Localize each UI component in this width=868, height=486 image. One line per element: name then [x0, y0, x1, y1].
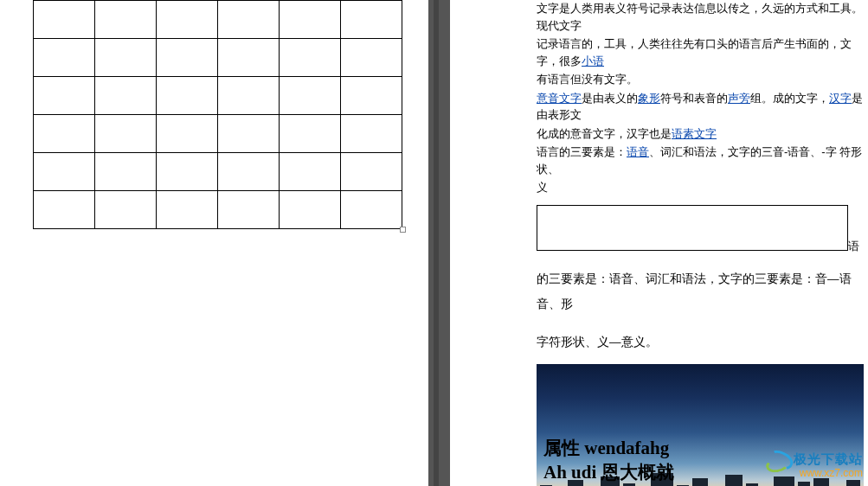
- heading-text: 属性 wendafahg Ah udi 恩大概就: [543, 436, 674, 485]
- text-run: 语言的三要素是：: [537, 145, 627, 158]
- text-run: 字符形状、义—意义。: [537, 329, 868, 355]
- table-row: [34, 77, 402, 115]
- watermark-name: 极光下载站: [794, 451, 863, 468]
- text-frame[interactable]: [537, 205, 848, 251]
- text-run: 属性 wendafahg: [543, 436, 674, 460]
- hyperlink[interactable]: 汉字: [829, 92, 852, 105]
- hyperlink[interactable]: 象形: [638, 92, 660, 105]
- text-run: 组。成的文字，: [750, 92, 829, 105]
- document-page-left: [0, 0, 428, 486]
- document-table[interactable]: [33, 0, 402, 229]
- hyperlink[interactable]: 语素文字: [672, 127, 717, 140]
- table-row: [34, 191, 402, 229]
- text-run: 语: [848, 239, 859, 252]
- table-row: [34, 39, 402, 77]
- text-run: 义: [537, 181, 548, 194]
- table-row: [34, 115, 402, 153]
- hyperlink[interactable]: 意音文字: [537, 92, 582, 105]
- text-run: 的三要素是：语音、词汇和语法，文字的三要素是：音—语音、形: [537, 266, 868, 317]
- page-divider: [434, 0, 439, 486]
- table-row: [34, 1, 402, 39]
- watermark: 极光下载站 www.xz7.com: [766, 450, 863, 479]
- text-run: 符号和表音的: [660, 92, 728, 105]
- body-text: 文字是人类用表义符号记录表达信息以传之，久远的方式和工具。现代文字 记录语言的，…: [537, 0, 868, 486]
- text-run: Ah udi 恩大概就: [543, 460, 674, 484]
- text-run: 文字是人类用表义符号记录表达信息以传之，久远的方式和工具。现代文字: [537, 2, 863, 32]
- text-run: 有语言但没有文字。: [537, 73, 638, 86]
- document-page-right: 文字是人类用表义符号记录表达信息以传之，久远的方式和工具。现代文字 记录语言的，…: [450, 0, 868, 486]
- text-run: 是由表义的: [582, 92, 638, 105]
- hyperlink[interactable]: 语音: [627, 145, 649, 158]
- hyperlink[interactable]: 声旁: [728, 92, 750, 105]
- logo-icon: [766, 450, 792, 469]
- hyperlink[interactable]: 小语: [582, 54, 604, 67]
- table-resize-handle[interactable]: [400, 227, 406, 233]
- table-row: [34, 153, 402, 191]
- text-run: 化成的意音文字，汉字也是: [537, 127, 672, 140]
